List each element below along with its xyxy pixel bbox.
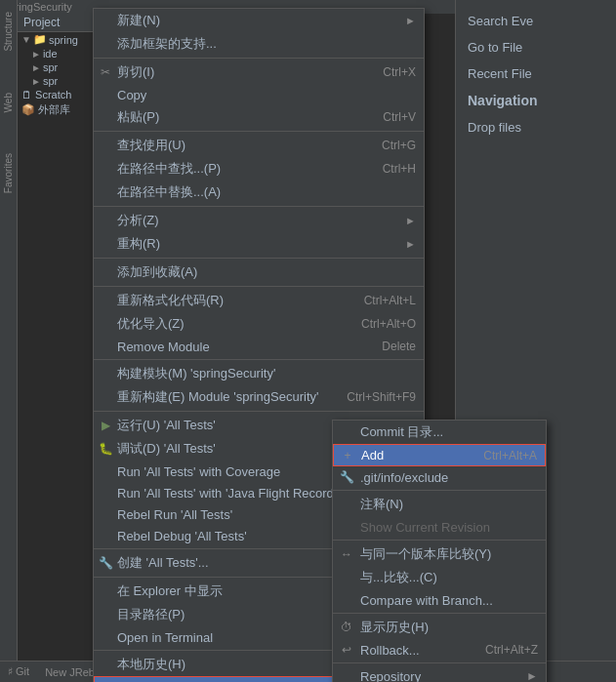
menu-separator bbox=[94, 359, 424, 360]
sidebar-label-favorites[interactable]: Favorites bbox=[3, 153, 14, 193]
submenu-arrow: ► bbox=[405, 238, 416, 250]
submenu-item-compare-branch[interactable]: Compare with Branch... bbox=[333, 589, 546, 611]
menu-separator bbox=[94, 58, 424, 59]
tree-label: 🗒 Scratch bbox=[21, 89, 71, 100]
submenu-item-compare-same[interactable]: ↔ 与同一个版本库比较(Y) bbox=[333, 542, 546, 566]
git-submenu: Commit 目录... + Add Ctrl+Alt+A 🔧 .git/inf… bbox=[332, 420, 547, 682]
menu-item-remove-module[interactable]: Remove Module Delete bbox=[94, 336, 424, 357]
compare-icon: ↔ bbox=[339, 547, 354, 561]
create-icon: 🔧 bbox=[98, 556, 113, 570]
submenu-item-compare[interactable]: 与...比较...(C) bbox=[333, 566, 546, 589]
menu-label: 重新构建(E) Module 'springSecurity' bbox=[117, 388, 335, 406]
tree-arrow: ▼ bbox=[21, 34, 31, 45]
menu-label: 添加到收藏(A) bbox=[117, 263, 416, 281]
submenu-item-gitinfo[interactable]: 🔧 .git/info/exclude bbox=[333, 466, 546, 488]
sidebar-label-web[interactable]: Web bbox=[3, 93, 14, 112]
tree-label: spr bbox=[43, 61, 58, 73]
run-icon: ▶ bbox=[98, 419, 113, 432]
submenu-item-repository[interactable]: Repository ► bbox=[333, 665, 546, 682]
tree-label: spr bbox=[43, 75, 58, 87]
tree-item[interactable]: 🗒 Scratch bbox=[18, 88, 93, 101]
shortcut: Ctrl+G bbox=[382, 139, 416, 152]
submenu-separator bbox=[333, 662, 546, 663]
shortcut: Ctrl+H bbox=[383, 162, 416, 176]
gitinfo-icon: 🔧 bbox=[339, 470, 354, 484]
menu-label: Remove Module bbox=[117, 340, 370, 354]
tree-item[interactable]: ► ide bbox=[18, 47, 93, 60]
tree-label: 📦 外部库 bbox=[21, 102, 70, 117]
menu-item-find-in-path[interactable]: 在路径中查找...(P) Ctrl+H bbox=[94, 157, 424, 181]
tree-label: spring bbox=[49, 34, 78, 46]
menu-label: 查找使用(U) bbox=[117, 137, 370, 154]
menu-label: 粘贴(P) bbox=[117, 108, 371, 126]
menu-label: 剪切(I) bbox=[117, 63, 371, 81]
submenu-item-rollback[interactable]: ↩ Rollback... Ctrl+Alt+Z bbox=[333, 639, 546, 661]
submenu-separator bbox=[333, 540, 546, 541]
menu-separator bbox=[94, 131, 424, 132]
bottom-bar-git[interactable]: ♯ Git bbox=[8, 665, 29, 678]
tree-icon: 📁 bbox=[33, 33, 47, 46]
tree-header: Project bbox=[18, 14, 93, 32]
menu-label: 在路径中查找...(P) bbox=[117, 160, 371, 178]
submenu-arrow: ► bbox=[405, 15, 416, 26]
menu-item-add-to-favorites[interactable]: 添加到收藏(A) bbox=[94, 261, 424, 284]
menu-item-rebuild-module[interactable]: 重新构建(E) Module 'springSecurity' Ctrl+Shi… bbox=[94, 385, 424, 409]
menu-item-add-framework[interactable]: 添加框架的支持... bbox=[94, 32, 424, 56]
submenu-item-show-history[interactable]: ⏱ 显示历史(H) bbox=[333, 616, 546, 639]
submenu-label: 注释(N) bbox=[360, 496, 538, 513]
tree-arrow: ► bbox=[31, 76, 41, 87]
tree-item[interactable]: ▼ 📁 spring bbox=[18, 32, 93, 47]
menu-item-optimize-imports[interactable]: 优化导入(Z) Ctrl+Alt+O bbox=[94, 312, 424, 336]
menu-item-new[interactable]: 新建(N) ► bbox=[94, 9, 424, 32]
right-panel-drop-files[interactable]: Drop files bbox=[456, 114, 616, 140]
submenu-label: .git/info/exclude bbox=[360, 470, 538, 485]
shortcut: Delete bbox=[382, 340, 416, 353]
tree-arrow: ► bbox=[31, 49, 41, 60]
submenu-separator bbox=[333, 490, 546, 491]
submenu-item-annotate[interactable]: 注释(N) bbox=[333, 493, 546, 516]
sidebar-label-structure[interactable]: Structure bbox=[3, 12, 14, 52]
menu-label: 构建模块(M) 'springSecurity' bbox=[117, 365, 416, 382]
rollback-icon: ↩ bbox=[339, 643, 354, 657]
right-panel-recent-files[interactable]: Recent File bbox=[456, 60, 616, 87]
menu-separator bbox=[94, 206, 424, 207]
menu-item-refactor[interactable]: 重构(R) ► bbox=[94, 232, 424, 256]
menu-label: 添加框架的支持... bbox=[117, 35, 416, 53]
menu-label: 在路径中替换...(A) bbox=[117, 183, 416, 201]
submenu-item-add[interactable]: + Add Ctrl+Alt+A bbox=[333, 444, 546, 466]
cut-icon: ✂ bbox=[98, 65, 113, 79]
menu-separator bbox=[94, 411, 424, 412]
submenu-arrow: ► bbox=[526, 669, 538, 682]
menu-separator bbox=[94, 286, 424, 287]
add-icon: + bbox=[340, 449, 355, 462]
menu-item-cut[interactable]: ✂ 剪切(I) Ctrl+X bbox=[94, 60, 424, 84]
menu-label: 目录路径(P) bbox=[117, 606, 339, 623]
right-panel-navigation[interactable]: Navigation bbox=[456, 87, 616, 114]
menu-item-replace-in-path[interactable]: 在路径中替换...(A) bbox=[94, 181, 424, 204]
right-panel-goto-file[interactable]: Go to File bbox=[456, 34, 616, 60]
menu-label: 运行(U) 'All Tests' bbox=[117, 417, 329, 434]
shortcut: Ctrl+Alt+Z bbox=[485, 643, 538, 657]
submenu-item-commit[interactable]: Commit 目录... bbox=[333, 421, 546, 444]
menu-item-find-usages[interactable]: 查找使用(U) Ctrl+G bbox=[94, 134, 424, 157]
menu-item-paste[interactable]: 粘贴(P) Ctrl+V bbox=[94, 105, 424, 129]
submenu-item-show-revision: Show Current Revision bbox=[333, 516, 546, 538]
right-panel-items: Search Eve Go to File Recent File Naviga… bbox=[456, 0, 616, 148]
menu-item-reformat[interactable]: 重新格式化代码(R) Ctrl+Alt+L bbox=[94, 289, 424, 312]
menu-label: 重新格式化代码(R) bbox=[117, 292, 352, 309]
menu-item-copy[interactable]: Copy bbox=[94, 84, 424, 105]
menu-label: 优化导入(Z) bbox=[117, 315, 349, 333]
project-tree: Project ▼ 📁 spring ► ide ► spr ► spr 🗒 S… bbox=[18, 14, 93, 661]
tree-item[interactable]: ► spr bbox=[18, 74, 93, 88]
tree-item[interactable]: ► spr bbox=[18, 60, 93, 74]
tree-label: ide bbox=[43, 48, 58, 60]
right-panel-search[interactable]: Search Eve bbox=[456, 8, 616, 34]
history-icon: ⏱ bbox=[339, 621, 354, 634]
menu-item-build-module[interactable]: 构建模块(M) 'springSecurity' bbox=[94, 362, 424, 385]
shortcut: Ctrl+X bbox=[383, 65, 416, 79]
tree-arrow: ► bbox=[31, 62, 41, 73]
menu-item-analyze[interactable]: 分析(Z) ► bbox=[94, 209, 424, 232]
submenu-separator bbox=[333, 613, 546, 614]
submenu-label: 显示历史(H) bbox=[360, 619, 538, 636]
tree-item[interactable]: 📦 外部库 bbox=[18, 101, 93, 118]
